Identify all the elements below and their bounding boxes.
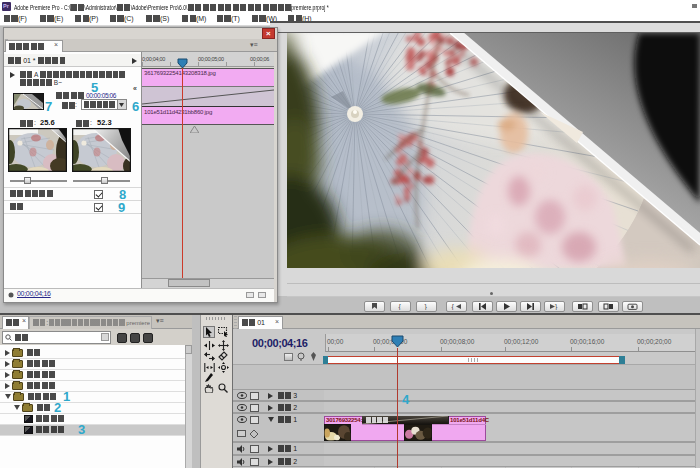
svg-text:}: }	[555, 303, 558, 310]
svg-text:{: {	[452, 303, 455, 310]
svg-text:{: {	[399, 303, 402, 310]
svg-text:}: }	[425, 303, 428, 310]
